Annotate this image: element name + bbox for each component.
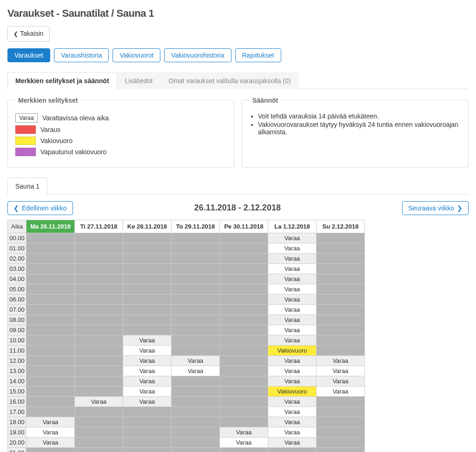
slot-unavailable (317, 284, 365, 294)
slot-available[interactable]: Varaa (172, 355, 220, 366)
slot-available[interactable]: Varaa (268, 355, 317, 366)
rules-list: Voit tehdä varauksia 14 päivää etukäteen… (258, 112, 461, 136)
slot-unavailable (123, 325, 172, 335)
slot-unavailable (26, 304, 75, 314)
slot-available[interactable]: Varaa (123, 396, 172, 406)
slot-available[interactable]: Varaa (317, 376, 365, 386)
slot-available[interactable]: Varaa (268, 314, 317, 325)
slot-unavailable (220, 376, 268, 386)
slot-label: Varaa (123, 376, 171, 386)
slot-unavailable (317, 243, 365, 253)
slot-available[interactable]: Varaa (268, 406, 317, 417)
time-label: 14.00 (8, 376, 26, 386)
slot-label: Varaa (268, 243, 316, 253)
slot-available[interactable]: Varaa (317, 355, 365, 366)
subtab-omat[interactable]: Omat varaukset valitulla varausjaksolla … (160, 72, 298, 89)
slot-unavailable (172, 233, 220, 243)
slot-unavailable (75, 274, 123, 284)
slot-unavailable (75, 427, 123, 437)
slot-recurring[interactable]: Vakiovuoro (268, 345, 317, 355)
slot-available[interactable]: Varaa (172, 366, 220, 376)
time-label: 11.00 (8, 345, 26, 355)
next-week-button[interactable]: Seuraava viikko ❯ (402, 201, 469, 215)
slot-unavailable (317, 325, 365, 335)
slot-available[interactable]: Varaa (123, 335, 172, 345)
back-button[interactable]: ❮ Takaisin (7, 26, 50, 42)
slot-label: Varaa (268, 335, 316, 345)
slot-available[interactable]: Varaa (268, 243, 317, 253)
subtab-merkkien[interactable]: Merkkien selitykset ja säännöt (7, 72, 117, 89)
slot-available[interactable]: Varaa (268, 263, 317, 274)
tab-varaukset[interactable]: Varaukset (7, 48, 50, 62)
slot-unavailable (317, 233, 365, 243)
slot-unavailable (75, 406, 123, 417)
slot-unavailable (172, 417, 220, 427)
slot-available[interactable]: Varaa (220, 427, 268, 437)
prev-week-button[interactable]: ❮ Edellinen viikko (7, 201, 73, 215)
slot-available[interactable]: Varaa (123, 345, 172, 355)
slot-unavailable (220, 355, 268, 366)
slot-available[interactable]: Varaa (123, 386, 172, 396)
slot-label: Varaa (317, 376, 364, 386)
slot-available[interactable]: Varaa (123, 355, 172, 366)
slot-available[interactable]: Varaa (75, 396, 123, 406)
slot-available[interactable]: Varaa (220, 437, 268, 447)
slot-available[interactable]: Varaa (268, 274, 317, 284)
slot-unavailable (123, 233, 172, 243)
slot-label: Varaa (123, 335, 171, 345)
slot-unavailable (75, 366, 123, 376)
slot-available[interactable]: Varaa (26, 427, 75, 437)
tab-rajoitukset[interactable]: Rajoitukset (235, 48, 281, 62)
slot-unavailable (172, 304, 220, 314)
slot-available[interactable]: Varaa (317, 386, 365, 396)
slot-label: Varaa (268, 264, 316, 274)
slot-unavailable (220, 263, 268, 274)
slot-available[interactable]: Varaa (268, 437, 317, 447)
slot-available[interactable]: Varaa (123, 376, 172, 386)
tab-varaushistoria[interactable]: Varaushistoria (54, 48, 109, 62)
slot-unavailable (123, 284, 172, 294)
subtab-bar: Merkkien selitykset ja säännötLisätiedot… (7, 72, 469, 89)
slot-label: Varaa (172, 356, 219, 366)
slot-unavailable (172, 243, 220, 253)
time-label: 12.00 (8, 355, 26, 366)
slot-label: Varaa (268, 397, 316, 406)
slot-label: Varaa (268, 366, 316, 376)
slot-recurring[interactable]: Vakiovuoro (268, 386, 317, 396)
tab-vakiovuorohistoria[interactable]: Vakiovuorohistoria (164, 48, 231, 62)
slot-available[interactable]: Varaa (268, 417, 317, 427)
slot-available[interactable]: Varaa (26, 417, 75, 427)
slot-unavailable (75, 355, 123, 366)
slot-available[interactable]: Varaa (268, 253, 317, 263)
slot-available[interactable]: Varaa (268, 335, 317, 345)
slot-available[interactable]: Varaa (268, 376, 317, 386)
slot-available[interactable]: Varaa (268, 304, 317, 314)
slot-unavailable (220, 233, 268, 243)
slot-available[interactable]: Varaa (268, 233, 317, 243)
resource-tab-sauna1[interactable]: Sauna 1 (7, 177, 47, 195)
slot-unavailable (172, 396, 220, 406)
slot-unavailable (123, 314, 172, 325)
slot-unavailable (26, 366, 75, 376)
slot-unavailable (220, 253, 268, 263)
slot-unavailable (317, 294, 365, 304)
slot-available[interactable]: Varaa (317, 366, 365, 376)
slot-unavailable (123, 253, 172, 263)
slot-available[interactable]: Varaa (268, 396, 317, 406)
slot-unavailable (75, 243, 123, 253)
tab-vakiovuorot[interactable]: Vakiovuorot (112, 48, 160, 62)
slot-available[interactable]: Varaa (268, 427, 317, 437)
slot-available[interactable]: Varaa (268, 294, 317, 304)
slot-unavailable (26, 345, 75, 355)
slot-available[interactable]: Varaa (26, 437, 75, 447)
slot-unavailable (317, 314, 365, 325)
slot-unavailable (220, 417, 268, 427)
slot-available[interactable]: Varaa (268, 366, 317, 376)
slot-available[interactable]: Varaa (268, 325, 317, 335)
subtab-lisatiedot[interactable]: Lisätiedot (117, 72, 161, 89)
slot-unavailable (123, 263, 172, 274)
slot-available[interactable]: Varaa (123, 366, 172, 376)
next-week-label: Seuraava viikko (408, 204, 454, 212)
slot-available[interactable]: Varaa (268, 284, 317, 294)
slot-unavailable (123, 447, 172, 452)
